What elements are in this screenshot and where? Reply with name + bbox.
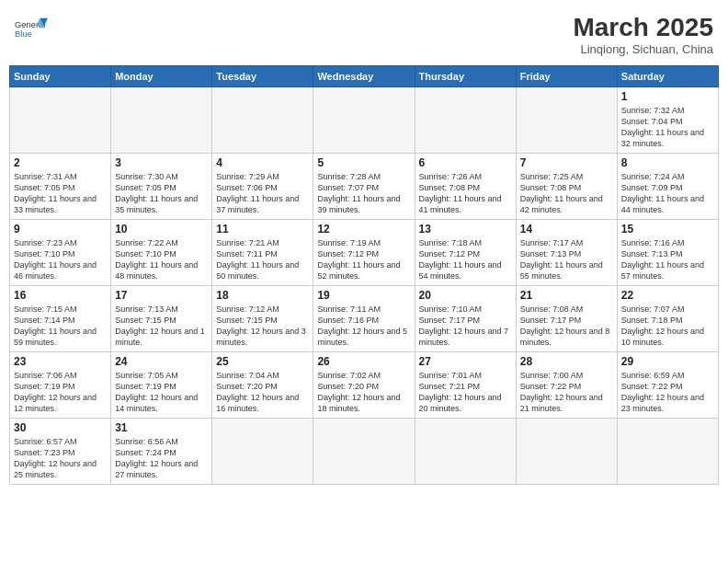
- day-cell: 19Sunrise: 7:11 AM Sunset: 7:16 PM Dayli…: [313, 286, 415, 352]
- day-number: 2: [14, 156, 107, 169]
- day-number: 29: [621, 355, 714, 368]
- day-cell: [516, 419, 617, 485]
- day-header-wednesday: Wednesday: [313, 66, 415, 87]
- day-cell: 14Sunrise: 7:17 AM Sunset: 7:13 PM Dayli…: [516, 220, 617, 286]
- week-row-2: 2Sunrise: 7:31 AM Sunset: 7:05 PM Daylig…: [10, 154, 719, 220]
- day-number: 27: [419, 355, 512, 368]
- day-number: 17: [115, 289, 208, 302]
- svg-text:Blue: Blue: [15, 29, 32, 39]
- day-cell: 24Sunrise: 7:05 AM Sunset: 7:19 PM Dayli…: [111, 352, 212, 419]
- calendar: SundayMondayTuesdayWednesdayThursdayFrid…: [9, 65, 719, 485]
- day-cell: 18Sunrise: 7:12 AM Sunset: 7:15 PM Dayli…: [212, 286, 313, 352]
- day-number: 1: [621, 90, 714, 103]
- logo-icon: General Blue: [15, 13, 48, 46]
- day-info: Sunrise: 7:00 AM Sunset: 7:22 PM Dayligh…: [520, 370, 613, 415]
- day-cell: [313, 87, 415, 154]
- header: General Blue March 2025 Linqiong, Sichua…: [9, 9, 719, 60]
- day-number: 6: [419, 156, 512, 169]
- day-number: 25: [216, 355, 309, 368]
- days-header-row: SundayMondayTuesdayWednesdayThursdayFrid…: [10, 66, 719, 87]
- day-cell: [10, 87, 111, 154]
- day-info: Sunrise: 7:24 AM Sunset: 7:09 PM Dayligh…: [621, 171, 714, 216]
- day-number: 19: [317, 289, 410, 302]
- day-number: 21: [520, 289, 613, 302]
- day-info: Sunrise: 7:08 AM Sunset: 7:17 PM Dayligh…: [520, 304, 613, 349]
- day-cell: [415, 419, 516, 485]
- day-cell: 29Sunrise: 6:59 AM Sunset: 7:22 PM Dayli…: [617, 352, 718, 419]
- day-cell: 23Sunrise: 7:06 AM Sunset: 7:19 PM Dayli…: [10, 352, 111, 419]
- day-info: Sunrise: 7:19 AM Sunset: 7:12 PM Dayligh…: [317, 237, 410, 282]
- day-number: 23: [14, 355, 107, 368]
- day-info: Sunrise: 7:16 AM Sunset: 7:13 PM Dayligh…: [621, 237, 714, 282]
- day-cell: [212, 419, 313, 485]
- day-cell: [415, 87, 516, 154]
- day-number: 3: [115, 156, 208, 169]
- day-cell: 16Sunrise: 7:15 AM Sunset: 7:14 PM Dayli…: [10, 286, 111, 352]
- day-info: Sunrise: 7:25 AM Sunset: 7:08 PM Dayligh…: [520, 171, 613, 216]
- day-cell: 8Sunrise: 7:24 AM Sunset: 7:09 PM Daylig…: [617, 154, 718, 220]
- day-cell: 31Sunrise: 6:56 AM Sunset: 7:24 PM Dayli…: [111, 419, 212, 485]
- day-number: 10: [115, 223, 208, 236]
- day-cell: 26Sunrise: 7:02 AM Sunset: 7:20 PM Dayli…: [313, 352, 415, 419]
- day-info: Sunrise: 7:31 AM Sunset: 7:05 PM Dayligh…: [14, 171, 107, 216]
- day-info: Sunrise: 7:07 AM Sunset: 7:18 PM Dayligh…: [621, 304, 714, 349]
- day-number: 28: [520, 355, 613, 368]
- day-number: 4: [216, 156, 309, 169]
- day-info: Sunrise: 7:28 AM Sunset: 7:07 PM Dayligh…: [317, 171, 410, 216]
- day-cell: 22Sunrise: 7:07 AM Sunset: 7:18 PM Dayli…: [617, 286, 718, 352]
- day-cell: 25Sunrise: 7:04 AM Sunset: 7:20 PM Dayli…: [212, 352, 313, 419]
- day-cell: 9Sunrise: 7:23 AM Sunset: 7:10 PM Daylig…: [10, 220, 111, 286]
- day-info: Sunrise: 7:02 AM Sunset: 7:20 PM Dayligh…: [317, 370, 410, 415]
- day-cell: 17Sunrise: 7:13 AM Sunset: 7:15 PM Dayli…: [111, 286, 212, 352]
- page: General Blue March 2025 Linqiong, Sichua…: [0, 0, 728, 563]
- day-cell: [111, 87, 212, 154]
- day-number: 7: [520, 156, 613, 169]
- day-info: Sunrise: 7:29 AM Sunset: 7:06 PM Dayligh…: [216, 171, 309, 216]
- day-number: 24: [115, 355, 208, 368]
- month-year: March 2025: [573, 13, 713, 42]
- day-header-friday: Friday: [516, 66, 617, 87]
- day-number: 11: [216, 223, 309, 236]
- day-number: 8: [621, 156, 714, 169]
- day-cell: 6Sunrise: 7:26 AM Sunset: 7:08 PM Daylig…: [415, 154, 516, 220]
- day-number: 16: [14, 289, 107, 302]
- day-cell: [313, 419, 415, 485]
- week-row-1: 1Sunrise: 7:32 AM Sunset: 7:04 PM Daylig…: [10, 87, 719, 154]
- day-cell: 7Sunrise: 7:25 AM Sunset: 7:08 PM Daylig…: [516, 154, 617, 220]
- day-cell: 2Sunrise: 7:31 AM Sunset: 7:05 PM Daylig…: [10, 154, 111, 220]
- day-info: Sunrise: 6:57 AM Sunset: 7:23 PM Dayligh…: [14, 436, 107, 481]
- day-info: Sunrise: 7:17 AM Sunset: 7:13 PM Dayligh…: [520, 237, 613, 282]
- day-cell: [617, 419, 718, 485]
- day-header-tuesday: Tuesday: [212, 66, 313, 87]
- day-number: 9: [14, 223, 107, 236]
- location: Linqiong, Sichuan, China: [573, 42, 713, 56]
- day-info: Sunrise: 7:21 AM Sunset: 7:11 PM Dayligh…: [216, 237, 309, 282]
- day-number: 15: [621, 223, 714, 236]
- day-cell: 12Sunrise: 7:19 AM Sunset: 7:12 PM Dayli…: [313, 220, 415, 286]
- day-header-monday: Monday: [111, 66, 212, 87]
- day-number: 12: [317, 223, 410, 236]
- day-info: Sunrise: 6:56 AM Sunset: 7:24 PM Dayligh…: [115, 436, 208, 481]
- week-row-5: 23Sunrise: 7:06 AM Sunset: 7:19 PM Dayli…: [10, 352, 719, 419]
- week-row-6: 30Sunrise: 6:57 AM Sunset: 7:23 PM Dayli…: [10, 419, 719, 485]
- day-number: 18: [216, 289, 309, 302]
- day-number: 14: [520, 223, 613, 236]
- day-cell: 1Sunrise: 7:32 AM Sunset: 7:04 PM Daylig…: [617, 87, 718, 154]
- day-info: Sunrise: 7:32 AM Sunset: 7:04 PM Dayligh…: [621, 105, 714, 150]
- day-cell: [212, 87, 313, 154]
- day-cell: 5Sunrise: 7:28 AM Sunset: 7:07 PM Daylig…: [313, 154, 415, 220]
- day-number: 13: [419, 223, 512, 236]
- day-info: Sunrise: 7:06 AM Sunset: 7:19 PM Dayligh…: [14, 370, 107, 415]
- day-number: 26: [317, 355, 410, 368]
- day-info: Sunrise: 7:04 AM Sunset: 7:20 PM Dayligh…: [216, 370, 309, 415]
- day-number: 30: [14, 421, 107, 434]
- day-info: Sunrise: 7:30 AM Sunset: 7:05 PM Dayligh…: [115, 171, 208, 216]
- day-cell: 30Sunrise: 6:57 AM Sunset: 7:23 PM Dayli…: [10, 419, 111, 485]
- day-info: Sunrise: 7:10 AM Sunset: 7:17 PM Dayligh…: [419, 304, 512, 349]
- day-cell: [516, 87, 617, 154]
- day-cell: 13Sunrise: 7:18 AM Sunset: 7:12 PM Dayli…: [415, 220, 516, 286]
- day-info: Sunrise: 7:05 AM Sunset: 7:19 PM Dayligh…: [115, 370, 208, 415]
- day-info: Sunrise: 7:26 AM Sunset: 7:08 PM Dayligh…: [419, 171, 512, 216]
- day-cell: 4Sunrise: 7:29 AM Sunset: 7:06 PM Daylig…: [212, 154, 313, 220]
- week-row-4: 16Sunrise: 7:15 AM Sunset: 7:14 PM Dayli…: [10, 286, 719, 352]
